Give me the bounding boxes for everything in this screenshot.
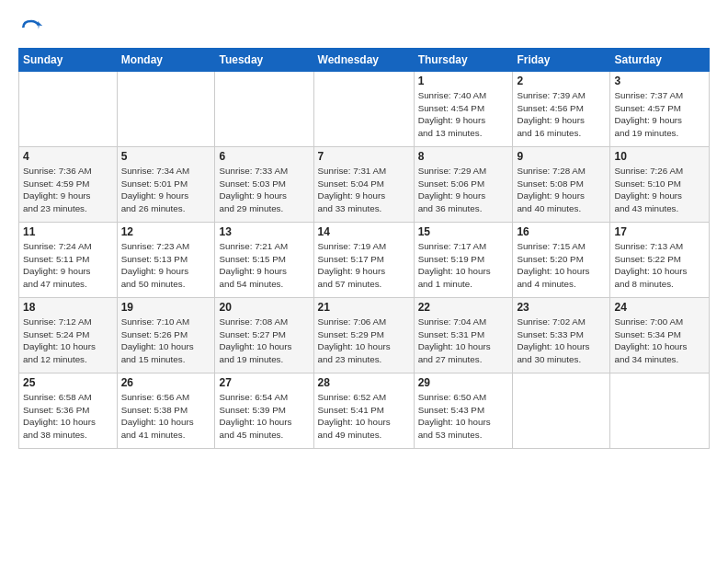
weekday-header-saturday: Saturday	[610, 49, 710, 72]
day-info: Sunrise: 7:37 AMSunset: 4:57 PMDaylight:…	[614, 89, 705, 140]
weekday-header-sunday: Sunday	[19, 49, 118, 72]
day-info: Sunrise: 6:58 AMSunset: 5:36 PMDaylight:…	[23, 391, 113, 442]
day-info: Sunrise: 7:21 AMSunset: 5:15 PMDaylight:…	[219, 240, 309, 291]
calendar-cell: 10Sunrise: 7:26 AMSunset: 5:10 PMDayligh…	[610, 147, 710, 223]
day-number: 2	[517, 75, 606, 87]
day-info: Sunrise: 7:34 AMSunset: 5:01 PMDaylight:…	[121, 165, 211, 215]
day-info: Sunrise: 7:04 AMSunset: 5:31 PMDaylight:…	[418, 316, 509, 366]
day-number: 12	[121, 225, 211, 238]
calendar-cell: 18Sunrise: 7:12 AMSunset: 5:24 PMDayligh…	[19, 298, 118, 373]
day-info: Sunrise: 6:54 AMSunset: 5:39 PMDaylight:…	[219, 391, 309, 442]
day-number: 26	[121, 376, 211, 389]
calendar-cell: 28Sunrise: 6:52 AMSunset: 5:41 PMDayligh…	[313, 373, 414, 449]
calendar-cell	[19, 72, 118, 147]
day-info: Sunrise: 7:12 AMSunset: 5:24 PMDaylight:…	[23, 316, 113, 366]
svg-marker-1	[38, 21, 42, 29]
day-info: Sunrise: 7:06 AMSunset: 5:29 PMDaylight:…	[318, 316, 410, 366]
day-info: Sunrise: 7:19 AMSunset: 5:17 PMDaylight:…	[318, 240, 410, 291]
calendar-cell: 13Sunrise: 7:21 AMSunset: 5:15 PMDayligh…	[215, 223, 313, 298]
day-info: Sunrise: 7:24 AMSunset: 5:11 PMDaylight:…	[23, 240, 113, 291]
logo	[18, 15, 48, 40]
calendar-cell: 25Sunrise: 6:58 AMSunset: 5:36 PMDayligh…	[19, 373, 118, 449]
calendar-cell: 8Sunrise: 7:29 AMSunset: 5:06 PMDaylight…	[414, 147, 513, 223]
weekday-header-monday: Monday	[117, 49, 215, 72]
day-number: 15	[418, 225, 509, 238]
day-info: Sunrise: 7:26 AMSunset: 5:10 PMDaylight:…	[614, 165, 705, 215]
day-info: Sunrise: 7:17 AMSunset: 5:19 PMDaylight:…	[418, 240, 509, 291]
logo-icon	[18, 15, 44, 40]
calendar-cell: 6Sunrise: 7:33 AMSunset: 5:03 PMDaylight…	[215, 147, 313, 223]
day-number: 16	[517, 225, 606, 238]
day-number: 10	[614, 150, 705, 163]
day-number: 24	[614, 301, 705, 314]
day-info: Sunrise: 7:39 AMSunset: 4:56 PMDaylight:…	[517, 89, 606, 140]
day-number: 6	[219, 150, 309, 163]
calendar-cell: 24Sunrise: 7:00 AMSunset: 5:34 PMDayligh…	[610, 298, 710, 373]
day-number: 14	[318, 225, 410, 238]
day-info: Sunrise: 7:29 AMSunset: 5:06 PMDaylight:…	[418, 165, 509, 215]
day-info: Sunrise: 7:23 AMSunset: 5:13 PMDaylight:…	[121, 240, 211, 291]
calendar-cell: 20Sunrise: 7:08 AMSunset: 5:27 PMDayligh…	[215, 298, 313, 373]
calendar-cell: 26Sunrise: 6:56 AMSunset: 5:38 PMDayligh…	[117, 373, 215, 449]
calendar-cell: 9Sunrise: 7:28 AMSunset: 5:08 PMDaylight…	[513, 147, 610, 223]
calendar-cell: 12Sunrise: 7:23 AMSunset: 5:13 PMDayligh…	[117, 223, 215, 298]
day-number: 17	[614, 225, 705, 238]
calendar-week-3: 18Sunrise: 7:12 AMSunset: 5:24 PMDayligh…	[19, 298, 710, 373]
day-info: Sunrise: 7:00 AMSunset: 5:34 PMDaylight:…	[614, 316, 705, 366]
day-info: Sunrise: 7:10 AMSunset: 5:26 PMDaylight:…	[121, 316, 211, 366]
weekday-header-thursday: Thursday	[414, 49, 513, 72]
day-info: Sunrise: 7:28 AMSunset: 5:08 PMDaylight:…	[517, 165, 606, 215]
calendar-cell: 16Sunrise: 7:15 AMSunset: 5:20 PMDayligh…	[513, 223, 610, 298]
day-info: Sunrise: 7:36 AMSunset: 4:59 PMDaylight:…	[23, 165, 113, 215]
day-number: 18	[23, 301, 113, 314]
day-number: 8	[418, 150, 509, 163]
day-info: Sunrise: 7:13 AMSunset: 5:22 PMDaylight:…	[614, 240, 705, 291]
calendar-week-2: 11Sunrise: 7:24 AMSunset: 5:11 PMDayligh…	[19, 223, 710, 298]
day-number: 4	[23, 150, 113, 163]
day-number: 13	[219, 225, 309, 238]
weekday-header-wednesday: Wednesday	[313, 49, 414, 72]
calendar-cell: 21Sunrise: 7:06 AMSunset: 5:29 PMDayligh…	[313, 298, 414, 373]
day-info: Sunrise: 7:08 AMSunset: 5:27 PMDaylight:…	[219, 316, 309, 366]
calendar-cell: 7Sunrise: 7:31 AMSunset: 5:04 PMDaylight…	[313, 147, 414, 223]
day-info: Sunrise: 7:31 AMSunset: 5:04 PMDaylight:…	[318, 165, 410, 215]
day-number: 25	[23, 376, 113, 389]
calendar-cell: 27Sunrise: 6:54 AMSunset: 5:39 PMDayligh…	[215, 373, 313, 449]
day-number: 3	[614, 75, 705, 87]
day-number: 22	[418, 301, 509, 314]
calendar-cell: 29Sunrise: 6:50 AMSunset: 5:43 PMDayligh…	[414, 373, 513, 449]
day-number: 28	[318, 376, 410, 389]
calendar-cell	[117, 72, 215, 147]
day-number: 29	[418, 376, 509, 389]
calendar-cell: 14Sunrise: 7:19 AMSunset: 5:17 PMDayligh…	[313, 223, 414, 298]
calendar-cell: 23Sunrise: 7:02 AMSunset: 5:33 PMDayligh…	[513, 298, 610, 373]
calendar-cell	[513, 373, 610, 449]
day-number: 20	[219, 301, 309, 314]
day-number: 19	[121, 301, 211, 314]
calendar-week-0: 1Sunrise: 7:40 AMSunset: 4:54 PMDaylight…	[19, 72, 710, 147]
day-info: Sunrise: 7:02 AMSunset: 5:33 PMDaylight:…	[517, 316, 606, 366]
day-number: 1	[418, 75, 509, 87]
calendar-week-1: 4Sunrise: 7:36 AMSunset: 4:59 PMDaylight…	[19, 147, 710, 223]
calendar-cell: 11Sunrise: 7:24 AMSunset: 5:11 PMDayligh…	[19, 223, 118, 298]
day-info: Sunrise: 7:40 AMSunset: 4:54 PMDaylight:…	[418, 89, 509, 140]
calendar-cell: 4Sunrise: 7:36 AMSunset: 4:59 PMDaylight…	[19, 147, 118, 223]
calendar-table: SundayMondayTuesdayWednesdayThursdayFrid…	[18, 48, 710, 449]
day-number: 9	[517, 150, 606, 163]
day-info: Sunrise: 7:15 AMSunset: 5:20 PMDaylight:…	[517, 240, 606, 291]
calendar-cell: 19Sunrise: 7:10 AMSunset: 5:26 PMDayligh…	[117, 298, 215, 373]
calendar-cell	[610, 373, 710, 449]
calendar-cell: 1Sunrise: 7:40 AMSunset: 4:54 PMDaylight…	[414, 72, 513, 147]
day-info: Sunrise: 7:33 AMSunset: 5:03 PMDaylight:…	[219, 165, 309, 215]
day-info: Sunrise: 6:52 AMSunset: 5:41 PMDaylight:…	[318, 391, 410, 442]
day-number: 7	[318, 150, 410, 163]
day-number: 5	[121, 150, 211, 163]
weekday-header-friday: Friday	[513, 49, 610, 72]
calendar-cell	[313, 72, 414, 147]
day-info: Sunrise: 6:50 AMSunset: 5:43 PMDaylight:…	[418, 391, 509, 442]
calendar-cell: 5Sunrise: 7:34 AMSunset: 5:01 PMDaylight…	[117, 147, 215, 223]
calendar-cell	[215, 72, 313, 147]
weekday-header-row: SundayMondayTuesdayWednesdayThursdayFrid…	[19, 49, 710, 72]
calendar-week-4: 25Sunrise: 6:58 AMSunset: 5:36 PMDayligh…	[19, 373, 710, 449]
calendar-cell: 3Sunrise: 7:37 AMSunset: 4:57 PMDaylight…	[610, 72, 710, 147]
